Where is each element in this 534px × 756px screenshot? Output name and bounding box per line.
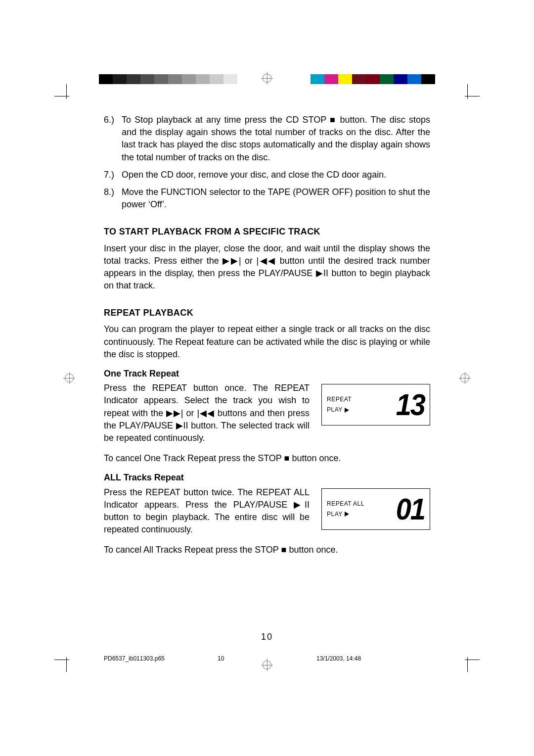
lcd-label: REPEAT ALL — [327, 500, 364, 508]
color-swatch — [127, 74, 140, 84]
color-swatch — [421, 74, 435, 84]
body-paragraph: To cancel All Tracks Repeat press the ST… — [104, 544, 430, 556]
page-content: 6.)To Stop playback at any time press th… — [104, 114, 430, 560]
registration-mark-icon — [63, 372, 75, 384]
list-text: Open the CD door, remove your disc, and … — [122, 169, 386, 181]
footer-filename: PD6537_ib011303.p65 — [104, 655, 218, 663]
color-swatch — [366, 74, 380, 84]
crop-mark — [59, 89, 74, 104]
list-text: To Stop playback at any time press the C… — [122, 114, 430, 164]
section-heading: REPEAT PLAYBACK — [104, 307, 430, 319]
color-swatch — [113, 74, 127, 84]
page-number: 10 — [0, 631, 534, 643]
subsection-heading: One Track Repeat — [104, 368, 430, 380]
footer-page: 10 — [218, 655, 277, 663]
print-footer: PD6537_ib011303.p65 10 13/1/2003, 14:48 — [104, 655, 430, 663]
color-swatch — [168, 74, 182, 84]
list-item: 6.)To Stop playback at any time press th… — [104, 114, 430, 164]
color-swatch — [324, 74, 338, 84]
color-swatch — [210, 74, 223, 84]
color-swatch — [394, 74, 407, 84]
body-paragraph: Press the REPEAT button twice. The REPEA… — [104, 486, 310, 536]
list-text: Move the FUNCTION selector to the TAPE (… — [122, 186, 430, 211]
lcd-digits: 01 — [396, 494, 425, 524]
color-swatch — [352, 74, 366, 84]
color-swatch — [99, 74, 113, 84]
color-swatch — [196, 74, 210, 84]
list-number: 7.) — [104, 169, 122, 181]
color-swatch — [407, 74, 421, 84]
manual-page: 6.)To Stop playback at any time press th… — [0, 0, 534, 756]
lcd-label: PLAY — [327, 510, 343, 519]
body-paragraph: Press the REPEAT button once. The REPEAT… — [104, 382, 310, 444]
crop-mark — [460, 89, 475, 104]
list-item: 7.)Open the CD door, remove your disc, a… — [104, 169, 430, 181]
play-icon — [345, 408, 349, 413]
footer-date: 13/1/2003, 14:48 — [277, 655, 430, 663]
list-number: 6.) — [104, 114, 122, 164]
crop-mark — [59, 652, 74, 667]
lcd-label: REPEAT — [327, 395, 352, 404]
lcd-label: PLAY — [327, 406, 343, 414]
color-swatch — [338, 74, 352, 84]
list-number: 8.) — [104, 186, 122, 211]
color-swatch — [237, 74, 251, 84]
subsection-heading: ALL Tracks Repeat — [104, 472, 430, 484]
lcd-digits: 13 — [396, 389, 425, 420]
color-swatch — [140, 74, 154, 84]
color-swatch — [223, 74, 237, 84]
body-paragraph: Insert your disc in the player, close th… — [104, 242, 430, 292]
list-item: 8.)Move the FUNCTION selector to the TAP… — [104, 186, 430, 211]
registration-mark-icon — [459, 372, 471, 384]
color-swatch — [380, 74, 394, 84]
body-paragraph: You can program the player to repeat eit… — [104, 323, 430, 361]
color-swatch — [154, 74, 168, 84]
section-heading: TO START PLAYBACK FROM A SPECIFIC TRACK — [104, 226, 430, 238]
lcd-display-all-tracks: REPEAT ALL PLAY 01 — [321, 488, 430, 530]
instruction-list: 6.)To Stop playback at any time press th… — [104, 114, 430, 211]
body-paragraph: To cancel One Track Repeat press the STO… — [104, 452, 430, 465]
color-swatch — [311, 74, 324, 84]
color-swatch — [182, 74, 196, 84]
play-icon — [345, 512, 349, 517]
crop-mark — [460, 652, 475, 667]
lcd-display-one-track: REPEAT PLAY 13 — [321, 384, 430, 425]
print-color-bar — [99, 74, 435, 84]
